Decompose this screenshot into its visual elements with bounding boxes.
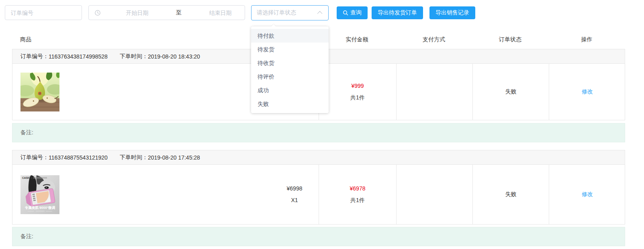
product-image-slogan-text: 专属美肌 9000°微调 bbox=[25, 206, 55, 210]
search-icon bbox=[343, 10, 348, 16]
date-range-separator: 至 bbox=[174, 9, 184, 16]
status-option-pending-shipment[interactable]: 待发货 bbox=[251, 43, 329, 56]
start-date-input[interactable] bbox=[101, 10, 174, 16]
product-cell: CASIO 专属美肌 9000° bbox=[12, 165, 319, 224]
search-button-label: 查询 bbox=[350, 9, 362, 16]
order-status-select[interactable]: 请选择订单状态 bbox=[251, 5, 329, 20]
order-block: 订单编号：1163748875543121920 下单时间：2019-08-20… bbox=[12, 150, 625, 225]
export-sales-records-button[interactable]: 导出销售记录 bbox=[429, 6, 475, 19]
date-range-picker[interactable]: 至 bbox=[88, 5, 245, 20]
order-number-value: 1163763438174998528 bbox=[49, 53, 108, 60]
paid-amount-cell: ¥6978 共1件 bbox=[319, 165, 396, 224]
order-status-dropdown: 待付款 待发货 待收货 待评价 成功 失败 bbox=[251, 26, 329, 113]
column-header-order-status: 订单状态 bbox=[472, 36, 548, 43]
paid-amount: ¥999 bbox=[351, 80, 364, 92]
order-time-label: 下单时间： bbox=[120, 53, 148, 60]
unit-price: ¥6998 bbox=[270, 183, 319, 194]
toolbar: 至 请选择订单状态 查询 导出待发货订单 导出销售记录 bbox=[0, 0, 644, 20]
remark-bar: 备注: bbox=[12, 227, 625, 246]
order-status-placeholder: 请选择订单状态 bbox=[257, 9, 319, 16]
items-count: 共1件 bbox=[350, 92, 365, 103]
order-number-value: 1163748875543121920 bbox=[49, 154, 108, 161]
status-option-failed[interactable]: 失败 bbox=[251, 97, 329, 111]
order-status: 失败 bbox=[505, 191, 517, 198]
export-pending-orders-button[interactable]: 导出待发货订单 bbox=[372, 6, 423, 19]
order-time-value: 2019-08-20 18:43:20 bbox=[148, 53, 200, 60]
status-option-pending-receipt[interactable]: 待收货 bbox=[251, 56, 329, 70]
order-header-bar: 订单编号：1163748875543121920 下单时间：2019-08-20… bbox=[12, 150, 625, 165]
order-status-cell: 失败 bbox=[472, 64, 549, 120]
column-header-paid-amount: 实付金额 bbox=[318, 36, 396, 43]
items-count: 共1件 bbox=[350, 194, 365, 206]
search-button[interactable]: 查询 bbox=[337, 6, 368, 19]
column-header-action: 操作 bbox=[548, 36, 625, 43]
modify-link[interactable]: 修改 bbox=[582, 191, 593, 198]
end-date-input[interactable] bbox=[184, 10, 257, 16]
remark-label: 备注: bbox=[20, 129, 33, 136]
casio-camera-product-image: CASIO 专属美肌 9000° bbox=[20, 175, 59, 214]
order-status: 失败 bbox=[505, 88, 517, 95]
payment-method-cell bbox=[396, 64, 472, 120]
product-image-brand-text: CASIO bbox=[22, 176, 31, 179]
action-cell: 修改 bbox=[549, 64, 626, 120]
quantity: X1 bbox=[270, 194, 319, 206]
order-time-value: 2019-08-20 17:45:28 bbox=[148, 154, 200, 161]
clock-icon bbox=[94, 10, 101, 16]
remark-label: 备注: bbox=[20, 233, 33, 240]
status-option-pending-review[interactable]: 待评价 bbox=[251, 70, 329, 83]
paid-amount-cell: ¥999 共1件 bbox=[319, 64, 396, 120]
payment-method-cell bbox=[396, 165, 472, 224]
column-header-payment-method: 支付方式 bbox=[396, 36, 472, 43]
status-option-success[interactable]: 成功 bbox=[251, 83, 329, 97]
order-number-label: 订单编号： bbox=[20, 154, 49, 161]
order-number-label: 订单编号： bbox=[20, 53, 49, 60]
pear-product-image bbox=[20, 73, 59, 111]
remark-bar: 备注: bbox=[12, 123, 625, 142]
order-row: CASIO 专属美肌 9000° bbox=[12, 165, 625, 224]
modify-link[interactable]: 修改 bbox=[582, 88, 593, 95]
unit-price-quantity: ¥6998 X1 bbox=[270, 183, 319, 206]
order-time-label: 下单时间： bbox=[120, 154, 148, 161]
order-status-cell: 失败 bbox=[472, 165, 549, 224]
action-cell: 修改 bbox=[549, 165, 626, 224]
paid-amount: ¥6978 bbox=[350, 183, 366, 194]
order-number-input[interactable] bbox=[5, 5, 82, 20]
order-management-page: 至 请选择订单状态 查询 导出待发货订单 导出销售记录 商品 实付金额 支付方式… bbox=[0, 0, 644, 249]
status-option-pending-payment[interactable]: 待付款 bbox=[251, 29, 329, 43]
